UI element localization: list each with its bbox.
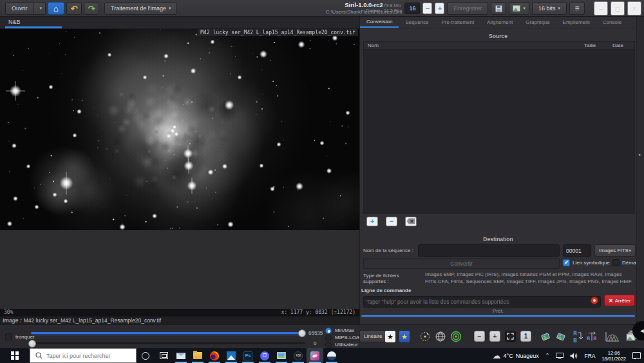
truncate-option[interactable]: tronquer bbox=[5, 333, 35, 340]
remove-files-button[interactable]: − bbox=[386, 217, 397, 226]
column-taille[interactable]: Taille bbox=[584, 43, 612, 48]
tray-language-indicator[interactable]: FRA bbox=[581, 348, 598, 363]
sequence-start-index-input[interactable] bbox=[563, 244, 591, 257]
tab-console[interactable]: Console bbox=[596, 17, 628, 28]
tab-empilement[interactable]: Empilement bbox=[556, 17, 596, 28]
tab-graphique[interactable]: Graphique bbox=[519, 17, 556, 28]
radio-minmax-circle[interactable] bbox=[325, 328, 332, 334]
symbolic-link-option[interactable]: Lien symbolique bbox=[563, 259, 610, 266]
symbolic-link-checkbox[interactable] bbox=[563, 259, 570, 266]
taskbar-app-photos[interactable] bbox=[223, 348, 240, 363]
annotations-button[interactable] bbox=[419, 330, 431, 343]
low-slider-handle[interactable] bbox=[28, 340, 36, 348]
taskbar-app-photo-viewer[interactable] bbox=[273, 348, 290, 363]
celestial-grid-button[interactable] bbox=[435, 330, 446, 343]
sequence-name-input[interactable] bbox=[418, 244, 560, 257]
rotate-right-button[interactable] bbox=[555, 330, 567, 343]
start-button[interactable] bbox=[0, 348, 30, 363]
taskbar-app-photoshop[interactable]: Ps bbox=[240, 348, 256, 363]
panel-resize-gutter[interactable]: ▸ bbox=[636, 17, 644, 324]
high-slider-track[interactable] bbox=[31, 332, 305, 334]
tray-volume-button[interactable] bbox=[567, 348, 581, 363]
help-lifebuoy-icon[interactable] bbox=[591, 297, 598, 304]
zoom-one-to-one-button[interactable]: 1 bbox=[520, 331, 531, 342]
radio-user-circle[interactable] bbox=[325, 342, 332, 348]
mirror-vertical-button[interactable]: RB bbox=[572, 330, 583, 343]
tray-clock[interactable]: 12:06 18/01/2022 bbox=[598, 348, 629, 363]
column-nom[interactable]: Nom bbox=[364, 43, 584, 48]
convert-button[interactable]: Convertir bbox=[363, 258, 560, 269]
weather-widget[interactable]: ☁ 4°C Nuageux bbox=[489, 348, 542, 363]
window-maximize-button[interactable]: ◻ bbox=[611, 1, 625, 15]
star-detection-button[interactable]: ★ bbox=[399, 330, 410, 343]
taskbar-app-explorer[interactable] bbox=[189, 348, 206, 363]
processing-status: Prêt. bbox=[360, 308, 636, 314]
high-slider-handle[interactable] bbox=[298, 329, 306, 337]
command-input[interactable] bbox=[363, 296, 601, 308]
tab-conversion[interactable]: Conversion bbox=[360, 17, 399, 28]
windows-taskbar: Ps ᗜ ASI ☁ 4°C Nuageux ⌃ FRA 12:06 18/0 bbox=[0, 348, 644, 363]
radio-user[interactable]: Utilisateur bbox=[325, 341, 363, 348]
radio-minmax[interactable]: Min/Max bbox=[325, 327, 363, 334]
taskbar-app-asistudio[interactable]: ASI bbox=[290, 348, 307, 363]
taskbar-app-discord[interactable]: ᗜ bbox=[256, 348, 273, 363]
firefox-icon bbox=[210, 351, 219, 360]
tab-sequence[interactable]: Séquence bbox=[399, 17, 435, 28]
tab-alignement[interactable]: Alignement bbox=[480, 17, 519, 28]
taskbar-app-mail[interactable] bbox=[173, 348, 189, 363]
low-cutoff-slider[interactable] bbox=[31, 339, 305, 348]
high-cutoff-slider[interactable] bbox=[31, 329, 305, 337]
zoom-out-button[interactable]: − bbox=[474, 331, 485, 342]
tray-expand-button[interactable]: ⌃ bbox=[542, 348, 553, 363]
tab-pretraitement[interactable]: Pré-traitement bbox=[435, 17, 481, 28]
bit-depth-dropdown[interactable]: 16 bits▾ bbox=[532, 2, 567, 15]
star-removal-button[interactable]: ★ bbox=[384, 330, 396, 343]
undo-button[interactable]: ↶ bbox=[66, 2, 82, 15]
debayer-checkbox[interactable] bbox=[612, 259, 620, 266]
rotate-left-button[interactable] bbox=[540, 330, 551, 343]
radio-mips-circle[interactable] bbox=[325, 335, 332, 341]
threads-decrease-button[interactable]: − bbox=[422, 3, 432, 14]
taskbar-app-siril[interactable] bbox=[307, 348, 323, 363]
task-view-button[interactable] bbox=[155, 348, 173, 363]
save-as-button[interactable] bbox=[491, 2, 506, 15]
threads-increase-button[interactable]: + bbox=[435, 3, 444, 14]
tab-mono-channel[interactable]: N&B bbox=[5, 17, 62, 28]
taskbar-app-stellarium[interactable] bbox=[323, 348, 340, 363]
tray-display-button[interactable] bbox=[553, 348, 567, 363]
window-minimize-button[interactable]: – bbox=[594, 1, 608, 15]
truncate-checkbox[interactable] bbox=[5, 333, 12, 340]
panel-collapse-arrow-icon[interactable]: ▸ bbox=[639, 152, 641, 157]
threads-spinbox[interactable]: 16 bbox=[404, 3, 420, 14]
taskbar-app-firefox[interactable] bbox=[206, 348, 223, 363]
low-slider-track[interactable] bbox=[31, 342, 305, 344]
home-button[interactable]: ⌂ bbox=[48, 2, 64, 15]
histogram-button[interactable] bbox=[604, 330, 621, 343]
save-button[interactable]: Enregistrer bbox=[447, 2, 488, 15]
window-close-button[interactable]: × bbox=[627, 1, 641, 15]
radio-mips[interactable]: MIPS-LO/HI bbox=[325, 334, 363, 341]
image-canvas[interactable] bbox=[0, 29, 359, 230]
snapshot-button[interactable]: ▾ bbox=[509, 2, 529, 15]
search-input[interactable] bbox=[46, 353, 124, 359]
target-rings-icon bbox=[450, 331, 462, 342]
add-files-button[interactable]: + bbox=[366, 217, 378, 226]
zoom-fit-button[interactable] bbox=[505, 331, 516, 342]
cortana-button[interactable] bbox=[137, 348, 155, 363]
image-processing-menu-button[interactable]: Traitement de l'image▾ bbox=[104, 2, 177, 15]
taskbar-search-box[interactable] bbox=[30, 348, 137, 363]
source-file-list[interactable] bbox=[363, 50, 635, 214]
action-center-button[interactable] bbox=[629, 348, 644, 363]
clear-list-button[interactable] bbox=[405, 217, 417, 226]
output-format-dropdown[interactable]: Images FITS ▾ bbox=[594, 244, 636, 257]
hamburger-menu-button[interactable]: ≡ bbox=[569, 2, 585, 15]
stop-button[interactable]: ✕ Arrêter bbox=[604, 295, 635, 306]
column-date[interactable]: Date bbox=[612, 43, 634, 48]
photometry-button[interactable] bbox=[450, 330, 462, 343]
open-dropdown-button[interactable]: ▾ bbox=[34, 2, 46, 15]
mirror-horizontal-button[interactable]: RЯ bbox=[586, 330, 598, 343]
open-button[interactable]: Ouvrir bbox=[5, 2, 34, 15]
svg-text:R: R bbox=[587, 335, 591, 341]
zoom-in-button[interactable]: + bbox=[489, 331, 500, 342]
redo-button[interactable]: ↷ bbox=[84, 2, 99, 15]
